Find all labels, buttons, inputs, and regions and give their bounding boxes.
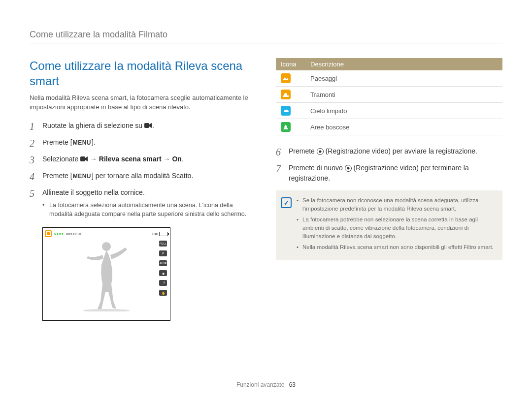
battery-indicator: 100 xyxy=(152,232,168,236)
step-number: 3 xyxy=(30,154,42,166)
scene-icon xyxy=(281,106,291,116)
table-row: Cielo limpido xyxy=(276,103,502,119)
icon-cell xyxy=(276,70,305,87)
note-box: ✓ Se la fotocamera non riconosce una mod… xyxy=(276,190,502,260)
right-column: Icona Descrizione PaesaggiTramontiCielo … xyxy=(276,58,502,321)
table-row: Paesaggi xyxy=(276,70,502,87)
desc-cell: Aree boscose xyxy=(305,119,502,135)
movie-settings-icon xyxy=(80,154,88,165)
note-item: La fotocamera potrebbe non selezionare l… xyxy=(297,216,496,240)
section-title: Come utilizzare la modalità Rileva scena… xyxy=(30,58,256,89)
step-number: 1 xyxy=(30,121,42,132)
step-text: ]. xyxy=(92,138,96,146)
step-5: 5 Allineate il soggetto nella cornice. L… xyxy=(30,187,256,220)
left-column: Come utilizzare la modalità Rileva scena… xyxy=(30,58,256,321)
mic-icon: 🎤 xyxy=(159,280,167,286)
menu-button-label: MENU xyxy=(72,172,92,181)
icon-cell xyxy=(276,103,305,119)
icon-cell xyxy=(276,87,305,103)
step-sub-bullets: La fotocamera seleziona automaticamente … xyxy=(42,201,256,218)
note-item: Nella modalità Rileva scena smart non so… xyxy=(297,243,496,251)
camera-icon: ◉ xyxy=(159,270,167,276)
step-4: 4 Premete [MENU] per tornare alla modali… xyxy=(30,171,256,183)
dancer-silhouette xyxy=(77,238,136,313)
stabilizer-icon: ✋ xyxy=(159,290,167,296)
fullhd-icon: FULL xyxy=(159,241,167,247)
step-text: Premete [ xyxy=(42,138,72,146)
desc-cell: Cielo limpido xyxy=(305,103,502,119)
step-text: Premete [ xyxy=(42,172,72,180)
svg-point-5 xyxy=(284,93,287,96)
step-number: 7 xyxy=(276,163,289,175)
svg-rect-0 xyxy=(144,123,149,128)
footer-page-number: 63 xyxy=(289,381,296,388)
step-2: 2 Premete [MENU]. xyxy=(30,137,256,149)
camera-preview-illustration: STBY 00:00:10 100 FULL F ALIVE ◉ 🎤 ✋ xyxy=(42,227,170,321)
info-icon: ✓ xyxy=(281,197,292,208)
note-item: Se la fotocamera non riconosce una modal… xyxy=(297,196,496,213)
steps-list-right: 6 Premete (Registrazione video) per avvi… xyxy=(276,146,502,184)
content-columns: Come utilizzare la modalità Rileva scena… xyxy=(30,58,502,321)
arrow-icon: → xyxy=(90,155,99,163)
scene-icon xyxy=(281,122,291,132)
icon-table: Icona Descrizione PaesaggiTramontiCielo … xyxy=(276,58,502,135)
note-list: Se la fotocamera non riconosce una modal… xyxy=(297,196,496,254)
svg-rect-1 xyxy=(80,156,85,161)
step-bold: On xyxy=(172,155,181,163)
preview-right-icons: FULL F ALIVE ◉ 🎤 ✋ xyxy=(159,241,167,317)
intro-text: Nella modalità Rileva scena smart, la fo… xyxy=(30,93,256,111)
battery-value: 100 xyxy=(152,232,158,236)
step-text: Premete xyxy=(289,147,317,155)
page-footer: Funzioni avanzate 63 xyxy=(0,381,532,388)
step-text: Premete di nuovo xyxy=(289,164,345,172)
step-number: 2 xyxy=(30,137,42,149)
step-bold: Rileva scena smart xyxy=(99,155,162,163)
menu-button-label: MENU xyxy=(72,138,92,147)
record-button-icon xyxy=(345,165,352,172)
arrow-icon: → xyxy=(164,155,172,163)
step-number: 4 xyxy=(30,171,42,183)
desc-cell: Paesaggi xyxy=(305,70,502,87)
scene-icon xyxy=(281,90,291,99)
record-button-icon xyxy=(317,148,324,155)
step-text: ] per tornare alla modalità Scatto. xyxy=(92,172,193,180)
table-row: Tramonti xyxy=(276,87,502,103)
table-row: Aree boscose xyxy=(276,119,502,135)
step-text: (Registrazione video) per avviare la reg… xyxy=(324,147,477,155)
svg-point-3 xyxy=(83,309,130,311)
steps-list-left: 1 Ruotate la ghiera di selezione su . 2 … xyxy=(30,121,256,220)
step-number: 6 xyxy=(276,146,289,158)
step-1: 1 Ruotate la ghiera di selezione su . xyxy=(30,121,256,132)
stby-label: STBY xyxy=(54,232,64,236)
step-7: 7 Premete di nuovo (Registrazione video)… xyxy=(276,163,502,184)
alive-icon: ALIVE xyxy=(159,260,167,266)
step-text: Allineate il soggetto nella cornice. xyxy=(42,188,145,196)
step-6: 6 Premete (Registrazione video) per avvi… xyxy=(276,146,502,158)
step-text: Selezionate xyxy=(42,155,80,163)
icon-cell xyxy=(276,119,305,135)
movie-mode-icon xyxy=(144,121,152,131)
step-3: 3 Selezionate → Rileva scena smart → On. xyxy=(30,154,256,166)
scene-icon xyxy=(281,73,291,83)
page-header: Come utilizzare la modalità Filmato xyxy=(30,30,502,43)
recording-time: 00:00:10 xyxy=(66,232,81,236)
table-header-desc: Descrizione xyxy=(305,58,502,70)
sub-bullet-item: La fotocamera seleziona automaticamente … xyxy=(42,201,256,218)
desc-cell: Tramonti xyxy=(305,87,502,103)
footer-section: Funzioni avanzate xyxy=(236,381,284,388)
table-header-icon: Icona xyxy=(276,58,305,70)
f-icon: F xyxy=(159,250,167,256)
svg-point-2 xyxy=(102,242,111,251)
step-number: 5 xyxy=(30,187,42,199)
step-text: Ruotate la ghiera di selezione su xyxy=(42,122,144,129)
record-indicator-icon xyxy=(45,230,52,237)
